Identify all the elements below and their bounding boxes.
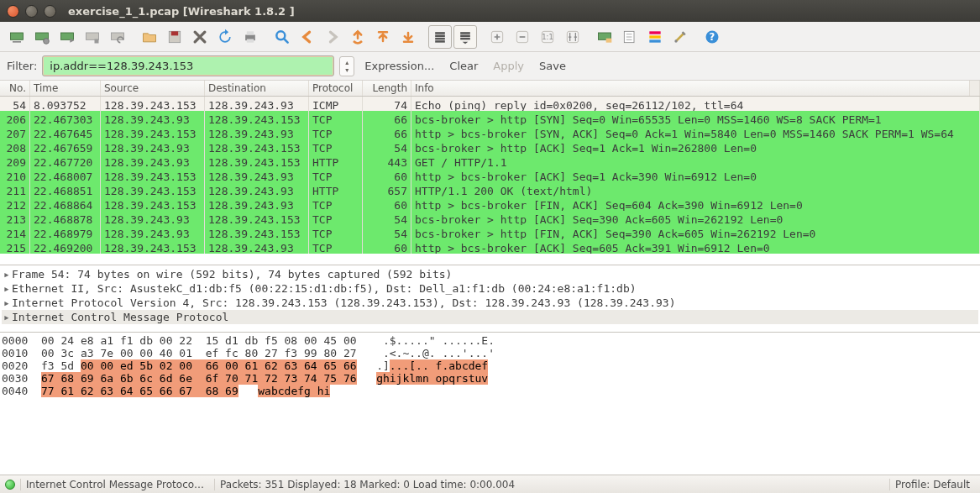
expert-info-icon[interactable] [5, 480, 15, 490]
preferences-icon[interactable] [668, 25, 692, 49]
colorize-icon[interactable] [428, 25, 452, 49]
svg-rect-6 [86, 33, 99, 39]
packet-row[interactable]: 20622.467303128.39.243.93128.39.243.153T… [0, 111, 980, 125]
zoom-in-icon[interactable] [485, 25, 509, 49]
svg-rect-0 [11, 33, 24, 39]
save-filter-button[interactable]: Save [534, 60, 571, 72]
detail-line[interactable]: ▸Internet Control Message Protocol [2, 310, 978, 324]
status-bar: Internet Control Message Protoco… Packet… [0, 475, 980, 493]
interfaces-icon[interactable] [5, 25, 29, 49]
svg-rect-21 [460, 37, 470, 39]
svg-rect-7 [95, 39, 99, 43]
col-length[interactable]: Length [363, 81, 411, 96]
clear-button[interactable]: Clear [444, 60, 483, 72]
print-icon[interactable] [238, 25, 262, 49]
close-button[interactable] [7, 5, 19, 18]
svg-rect-18 [435, 40, 445, 42]
resize-columns-icon[interactable] [561, 25, 584, 49]
filter-spinner[interactable]: ▴▾ [339, 56, 354, 76]
svg-rect-31 [649, 35, 660, 38]
svg-rect-16 [435, 34, 445, 37]
svg-rect-4 [61, 33, 74, 39]
packet-row[interactable]: 20722.467645128.39.243.153128.39.243.93T… [0, 125, 980, 139]
detail-line[interactable]: ▸Frame 54: 74 bytes on wire (592 bits), … [2, 267, 978, 281]
go-forward-icon[interactable] [321, 25, 344, 49]
svg-point-3 [44, 38, 50, 44]
svg-text:?: ? [710, 31, 715, 43]
col-destination[interactable]: Destination [205, 81, 309, 96]
packet-row[interactable]: 548.093752128.39.243.153128.39.243.93ICM… [0, 97, 980, 111]
options-icon[interactable] [30, 25, 54, 49]
status-profile[interactable]: Profile: Default [889, 479, 975, 490]
start-capture-icon[interactable] [55, 25, 79, 49]
packet-bytes[interactable]: 0000 00 24 e8 a1 f1 db 00 22 15 d1 db f5… [0, 333, 980, 475]
svg-rect-32 [649, 39, 660, 42]
svg-rect-10 [171, 31, 178, 35]
help-icon[interactable]: ? [700, 25, 724, 49]
go-first-icon[interactable] [371, 25, 395, 49]
packet-row[interactable]: 21422.468979128.39.243.93128.39.243.153T… [0, 225, 980, 239]
packet-row[interactable]: 20922.467720128.39.243.93128.39.243.153H… [0, 154, 980, 168]
packet-row[interactable]: 20822.467659128.39.243.93128.39.243.153T… [0, 139, 980, 154]
display-filters-icon[interactable] [618, 25, 642, 49]
minimize-button[interactable] [25, 5, 38, 18]
svg-rect-12 [247, 31, 254, 34]
stop-capture-icon[interactable] [81, 25, 104, 49]
status-counts: Packets: 351 Displayed: 18 Marked: 0 Loa… [214, 479, 520, 490]
svg-rect-19 [460, 32, 470, 34]
svg-rect-15 [435, 32, 445, 34]
zoom-reset-icon[interactable]: 1:1 [536, 25, 559, 49]
auto-scroll-icon[interactable] [453, 25, 477, 49]
detail-line[interactable]: ▸Ethernet II, Src: AsustekC_d1:db:f5 (00… [2, 281, 978, 296]
hex-line[interactable]: 0040 77 61 62 63 64 65 66 67 68 69 wabcd… [2, 385, 978, 397]
svg-rect-1 [13, 41, 21, 43]
svg-point-33 [674, 39, 677, 42]
col-source[interactable]: Source [101, 81, 205, 96]
hex-line[interactable]: 0000 00 24 e8 a1 f1 db 00 22 15 d1 db f5… [2, 334, 978, 347]
packet-row[interactable]: 21222.468864128.39.243.153128.39.243.93T… [0, 197, 980, 211]
filter-label: Filter: [7, 60, 37, 72]
packet-details[interactable]: ▸Frame 54: 74 bytes on wire (592 bits), … [0, 265, 980, 333]
close-file-icon[interactable] [188, 25, 212, 49]
col-protocol[interactable]: Protocol [309, 81, 363, 96]
go-back-icon[interactable] [296, 25, 319, 49]
open-icon[interactable] [138, 25, 161, 49]
packet-row[interactable]: 21322.468878128.39.243.93128.39.243.153T… [0, 211, 980, 225]
col-info[interactable]: Info [411, 81, 970, 96]
titlebar: exercise_1_1.pcap [Wireshark 1.8.2 ] [0, 0, 980, 22]
maximize-button[interactable] [44, 5, 56, 18]
hex-line[interactable]: 0020 f3 5d 00 00 ed 5b 02 00 66 00 61 62… [2, 359, 978, 372]
packet-row[interactable]: 21122.468851128.39.243.153128.39.243.93H… [0, 182, 980, 197]
reload-icon[interactable] [213, 25, 237, 49]
packet-row[interactable]: 21022.468007128.39.243.153128.39.243.93T… [0, 168, 980, 182]
filter-bar: Filter: ▴▾ Expression... Clear Apply Sav… [0, 52, 980, 81]
restart-capture-icon[interactable] [106, 25, 129, 49]
go-last-icon[interactable] [396, 25, 420, 49]
col-time[interactable]: Time [30, 81, 101, 96]
packet-list: No. Time Source Destination Protocol Len… [0, 81, 980, 265]
svg-rect-20 [460, 34, 470, 37]
filter-input[interactable] [42, 55, 334, 76]
coloring-rules-icon[interactable] [643, 25, 667, 49]
svg-rect-17 [435, 37, 445, 39]
toolbar: 1:1 ? [0, 22, 980, 52]
go-to-icon[interactable] [346, 25, 369, 49]
packet-list-header[interactable]: No. Time Source Destination Protocol Len… [0, 81, 980, 97]
find-icon[interactable] [270, 25, 294, 49]
detail-line[interactable]: ▸Internet Protocol Version 4, Src: 128.3… [2, 296, 978, 310]
hex-line[interactable]: 0010 00 3c a3 7e 00 00 40 01 ef fc 80 27… [2, 347, 978, 359]
svg-text:1:1: 1:1 [542, 33, 553, 41]
packet-list-body[interactable]: 548.093752128.39.243.153128.39.243.93ICM… [0, 97, 980, 265]
capture-filters-icon[interactable] [593, 25, 616, 49]
apply-button[interactable]: Apply [488, 60, 529, 72]
zoom-out-icon[interactable] [511, 25, 534, 49]
status-field: Internet Control Message Protoco… [20, 479, 209, 490]
window-title: exercise_1_1.pcap [Wireshark 1.8.2 ] [63, 5, 295, 18]
packet-row[interactable]: 21522.469200128.39.243.153128.39.243.93T… [0, 239, 980, 254]
svg-rect-30 [649, 31, 660, 34]
save-icon[interactable] [163, 25, 186, 49]
expression-button[interactable]: Expression... [359, 60, 439, 72]
svg-rect-13 [247, 39, 254, 42]
hex-line[interactable]: 0030 67 68 69 6a 6b 6c 6d 6e 6f 70 71 72… [2, 372, 978, 385]
col-no[interactable]: No. [0, 81, 30, 96]
